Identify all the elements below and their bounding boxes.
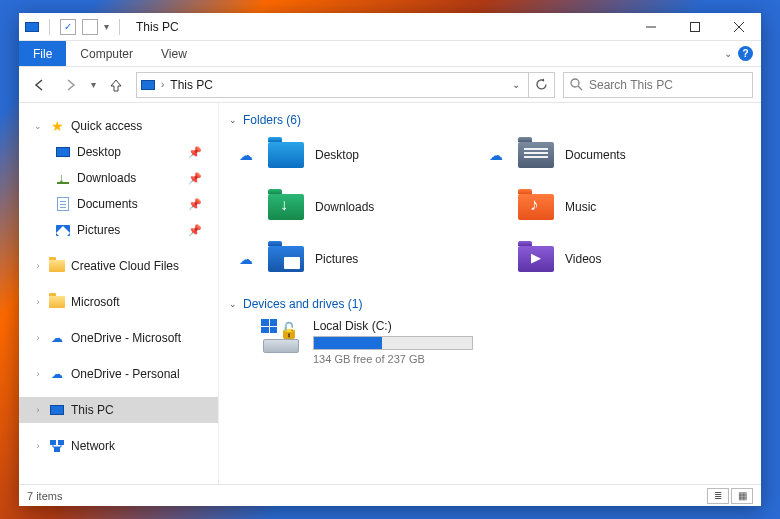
cloud-status-icon: ☁ xyxy=(485,147,507,163)
documents-icon xyxy=(55,196,71,212)
tree-quick-access[interactable]: ⌄ ★ Quick access xyxy=(19,113,218,139)
pictures-folder-icon xyxy=(268,246,304,272)
expand-icon[interactable]: › xyxy=(33,441,43,451)
network-icon xyxy=(49,438,65,454)
chevron-down-icon: ⌄ xyxy=(229,299,237,309)
refresh-button[interactable] xyxy=(529,72,555,98)
content-pane[interactable]: ⌄ Folders (6) ☁ Desktop ☁ Documents Dow xyxy=(219,103,761,484)
address-dropdown-button[interactable]: ⌄ xyxy=(504,79,528,90)
drive-usage-bar xyxy=(313,336,473,350)
recent-locations-button[interactable]: ▾ xyxy=(91,79,96,90)
expand-icon[interactable]: › xyxy=(33,297,43,307)
ribbon-expand-button[interactable]: ⌄ xyxy=(724,48,732,59)
tree-network[interactable]: › Network xyxy=(19,433,218,459)
pin-icon: 📌 xyxy=(188,224,202,237)
pin-icon: 📌 xyxy=(188,146,202,159)
folder-downloads[interactable]: Downloads xyxy=(235,187,485,227)
pin-icon: 📌 xyxy=(188,172,202,185)
expand-icon[interactable]: › xyxy=(33,261,43,271)
tree-microsoft[interactable]: › Microsoft xyxy=(19,289,218,315)
tree-label: Network xyxy=(71,439,115,453)
maximize-button[interactable] xyxy=(673,13,717,41)
group-header-label: Folders (6) xyxy=(243,113,301,127)
pictures-icon xyxy=(55,222,71,238)
search-icon xyxy=(570,78,583,91)
status-bar: 7 items ≣ ▦ xyxy=(19,484,761,506)
tree-onedrive-personal[interactable]: › ☁ OneDrive - Personal xyxy=(19,361,218,387)
group-header-drives[interactable]: ⌄ Devices and drives (1) xyxy=(229,297,747,311)
tree-downloads[interactable]: Downloads 📌 xyxy=(19,165,218,191)
explorer-window: ▾ This PC File Computer View ⌄ ? ▾ xyxy=(19,13,761,506)
view-large-icons-button[interactable]: ▦ xyxy=(731,488,753,504)
view-details-button[interactable]: ≣ xyxy=(707,488,729,504)
tree-label: OneDrive - Personal xyxy=(71,367,180,381)
search-box[interactable] xyxy=(563,72,753,98)
folder-videos[interactable]: Videos xyxy=(485,239,735,279)
folder-label: Desktop xyxy=(315,148,359,162)
drive-icon: 🔓 xyxy=(259,319,303,353)
music-folder-icon xyxy=(518,194,554,220)
app-icon xyxy=(25,22,39,32)
title-bar: ▾ This PC xyxy=(19,13,761,41)
expand-icon[interactable]: › xyxy=(33,405,43,415)
folder-label: Documents xyxy=(565,148,626,162)
folder-music[interactable]: Music xyxy=(485,187,735,227)
star-icon: ★ xyxy=(49,118,65,134)
qat-new-folder-button[interactable] xyxy=(82,19,98,35)
pc-icon xyxy=(49,402,65,418)
chevron-right-icon[interactable]: › xyxy=(161,79,164,90)
cloud-icon: ☁ xyxy=(49,366,65,382)
qat-customize-button[interactable]: ▾ xyxy=(104,21,109,32)
tree-creative-cloud[interactable]: › Creative Cloud Files xyxy=(19,253,218,279)
breadcrumb-this-pc[interactable]: This PC xyxy=(170,78,213,92)
svg-rect-8 xyxy=(54,447,60,452)
minimize-button[interactable] xyxy=(629,13,673,41)
maximize-icon xyxy=(690,22,700,32)
tree-this-pc[interactable]: › This PC xyxy=(19,397,218,423)
refresh-icon xyxy=(535,78,548,91)
bitlocker-lock-icon: 🔓 xyxy=(279,321,299,340)
expand-icon[interactable]: › xyxy=(33,333,43,343)
status-item-count: 7 items xyxy=(27,490,62,502)
svg-rect-6 xyxy=(50,440,56,445)
close-button[interactable] xyxy=(717,13,761,41)
pc-icon xyxy=(141,80,155,90)
expand-icon[interactable]: › xyxy=(33,369,43,379)
group-header-folders[interactable]: ⌄ Folders (6) xyxy=(229,113,747,127)
tab-view[interactable]: View xyxy=(147,41,201,66)
tree-label: Desktop xyxy=(77,145,121,159)
folder-documents[interactable]: ☁ Documents xyxy=(485,135,735,175)
search-input[interactable] xyxy=(589,78,752,92)
tree-label: OneDrive - Microsoft xyxy=(71,331,181,345)
cloud-status-icon: ☁ xyxy=(235,251,257,267)
drive-free-text: 134 GB free of 237 GB xyxy=(313,353,473,365)
folder-label: Music xyxy=(565,200,596,214)
folder-desktop[interactable]: ☁ Desktop xyxy=(235,135,485,175)
tree-pictures[interactable]: Pictures 📌 xyxy=(19,217,218,243)
folder-label: Downloads xyxy=(315,200,374,214)
back-button[interactable] xyxy=(27,73,51,97)
close-icon xyxy=(734,22,744,32)
tree-documents[interactable]: Documents 📌 xyxy=(19,191,218,217)
tree-onedrive-microsoft[interactable]: › ☁ OneDrive - Microsoft xyxy=(19,325,218,351)
svg-point-4 xyxy=(571,79,579,87)
up-button[interactable] xyxy=(104,73,128,97)
folder-pictures[interactable]: ☁ Pictures xyxy=(235,239,485,279)
collapse-icon[interactable]: ⌄ xyxy=(33,121,43,131)
downloads-icon xyxy=(55,170,71,186)
qat-properties-button[interactable] xyxy=(60,19,76,35)
chevron-down-icon: ⌄ xyxy=(229,115,237,125)
drive-local-disk-c[interactable]: 🔓 Local Disk (C:) 134 GB free of 237 GB xyxy=(259,319,747,365)
address-bar[interactable]: › This PC ⌄ xyxy=(136,72,529,98)
tab-computer[interactable]: Computer xyxy=(66,41,147,66)
folder-icon xyxy=(49,258,65,274)
cloud-icon: ☁ xyxy=(49,330,65,346)
forward-button[interactable] xyxy=(59,73,83,97)
tab-file[interactable]: File xyxy=(19,41,66,66)
window-title: This PC xyxy=(136,20,179,34)
back-arrow-icon xyxy=(32,78,46,92)
help-button[interactable]: ? xyxy=(738,46,753,61)
tree-desktop[interactable]: Desktop 📌 xyxy=(19,139,218,165)
svg-rect-1 xyxy=(691,22,700,31)
desktop-icon xyxy=(55,144,71,160)
